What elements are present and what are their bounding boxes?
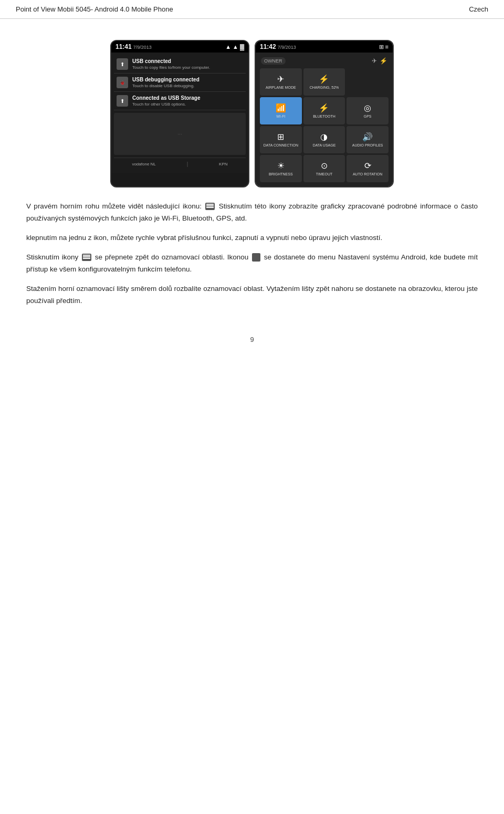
bluetooth-tile-icon: ⚡	[319, 103, 329, 113]
text-section: V pravém horním rohu můžete vidět násled…	[26, 201, 478, 307]
charging-tile-icon: ⚡	[319, 74, 329, 84]
main-content: 11:41 7/9/2013 ▲ ▲ ▓ ⬆ USB connected	[0, 19, 504, 325]
bottom-divider: |	[187, 161, 188, 167]
right-date: 7/9/2013	[278, 45, 296, 50]
auto-rotation-tile-icon: ⟳	[364, 161, 371, 171]
qs-tile-brightness[interactable]: ☀ BRIGHTNESS	[260, 155, 302, 182]
right-phone-mockup: 11:42 7/9/2013 ⊞ ≡ OWNER ✈ ⚡	[255, 40, 394, 187]
bottom-bar: vodafone NL | KPN	[114, 158, 246, 170]
right-time-date: 11:42 7/9/2013	[260, 43, 296, 50]
bluetooth-tile-label: BLUETOOTH	[313, 114, 335, 119]
signal-icon: ▲	[225, 44, 231, 50]
inline-icon-settings	[252, 253, 260, 262]
wifi-tile-icon: 📶	[276, 103, 286, 113]
usb-connected-icon: ⬆	[117, 58, 128, 70]
screenshots-row: 11:41 7/9/2013 ▲ ▲ ▓ ⬆ USB connected	[26, 40, 478, 187]
wifi-icon: ▲	[233, 44, 238, 50]
qs-tile-airplane[interactable]: ✈ AIRPLANE MODE	[260, 68, 302, 96]
left-time-date: 11:41 7/9/2013	[116, 43, 152, 50]
carrier-kpn: KPN	[219, 162, 227, 166]
inline-icon-grid	[205, 203, 215, 210]
data-connection-tile-label: DATA CONNECTION	[264, 143, 298, 148]
airplane-tile-label: AIRPLANE MODE	[266, 86, 296, 90]
wifi-tile-label: WI-FI	[276, 114, 285, 119]
debug-icon: 🐞	[117, 77, 128, 88]
notif-usb-text: USB connected Touch to copy files to/fro…	[132, 58, 243, 70]
notif-debug-text: USB debugging connected Touch to disable…	[132, 77, 243, 88]
data-connection-tile-icon: ⊞	[277, 132, 284, 142]
qs-tiles-grid: ✈ AIRPLANE MODE ⚡ CHARGING, 52% 📶 WI-FI	[258, 67, 390, 184]
left-time: 11:41	[116, 43, 132, 50]
auto-rotation-tile-label: AUTO ROTATION	[353, 172, 382, 176]
notif-usb-title: USB connected	[132, 58, 243, 64]
left-status-icons: ▲ ▲ ▓	[225, 44, 244, 50]
qs-battery-icon[interactable]: ⚡	[380, 57, 387, 65]
notif-storage-text: Connected as USB Storage Touch for other…	[132, 95, 243, 107]
timeout-tile-icon: ⊙	[321, 161, 328, 171]
system-info-area: ···	[114, 113, 246, 155]
qs-tile-auto-rotation[interactable]: ⟳ AUTO ROTATION	[346, 155, 388, 182]
notification-panel: ⬆ USB connected Touch to copy files to/f…	[111, 53, 248, 173]
notif-storage-sub: Touch for other USB options.	[132, 102, 243, 107]
storage-icon: ⬆	[117, 95, 128, 107]
audio-profiles-tile-icon: 🔊	[362, 132, 373, 142]
qs-tile-data-connection[interactable]: ⊞ DATA CONNECTION	[260, 126, 302, 153]
qs-tile-timeout[interactable]: ⊙ TIMEOUT	[303, 155, 345, 182]
qs-tile-gps[interactable]: ◎ GPS	[346, 97, 388, 124]
left-date: 7/9/2013	[133, 45, 152, 50]
paragraph1: V pravém horním rohu můžete vidět násled…	[26, 201, 478, 225]
qs-tile-bluetooth[interactable]: ⚡ BLUETOOTH	[303, 97, 345, 124]
data-usage-tile-label: DATA USAGE	[313, 143, 336, 148]
menu-icon-top: ≡	[385, 44, 388, 50]
notif-storage-title: Connected as USB Storage	[132, 95, 243, 101]
notif-item-storage[interactable]: ⬆ Connected as USB Storage Touch for oth…	[114, 92, 246, 110]
page-number: 9	[0, 325, 504, 354]
gps-tile-label: GPS	[364, 114, 372, 119]
qs-tile-audio-profiles[interactable]: 🔊 AUDIO PROFILES	[346, 126, 388, 153]
qs-tile-data-usage[interactable]: ◑ DATA USAGE	[303, 126, 345, 153]
qs-tile-empty1	[346, 68, 388, 96]
paragraph3: Stisknutím ikony se přepnete zpět do ozn…	[26, 252, 478, 276]
notif-debug-sub: Touch to disable USB debugging.	[132, 84, 243, 88]
right-status-icons: ⊞ ≡	[379, 44, 388, 50]
audio-profiles-tile-label: AUDIO PROFILES	[352, 143, 383, 148]
settings-icon-top: ⊞	[379, 44, 384, 50]
paragraph4: Stažením horní oznamovací lišty směrem d…	[26, 283, 478, 307]
qs-header-icons: ✈ ⚡	[372, 57, 387, 65]
airplane-tile-icon: ✈	[277, 74, 284, 84]
timeout-tile-label: TIMEOUT	[316, 172, 333, 176]
qs-tile-wifi[interactable]: 📶 WI-FI	[260, 97, 302, 124]
notif-debug-title: USB debugging connected	[132, 77, 243, 82]
right-status-bar: 11:42 7/9/2013 ⊞ ≡	[256, 41, 393, 53]
gps-tile-icon: ◎	[364, 103, 371, 113]
data-usage-tile-icon: ◑	[320, 132, 328, 142]
page-number-value: 9	[250, 336, 254, 343]
notif-usb-sub: Touch to copy files to/from your compute…	[132, 65, 243, 70]
qs-tile-charging[interactable]: ⚡ CHARGING, 52%	[303, 68, 345, 96]
page-header: Point of View Mobii 5045- Android 4.0 Mo…	[0, 0, 504, 19]
battery-icon: ▓	[240, 44, 244, 50]
brightness-tile-label: BRIGHTNESS	[269, 172, 293, 176]
right-time: 11:42	[260, 43, 276, 50]
notif-item-debug[interactable]: 🐞 USB debugging connected Touch to disab…	[114, 74, 246, 92]
qs-owner-label: OWNER	[261, 57, 286, 65]
system-info-placeholder: ···	[177, 131, 182, 137]
left-status-bar: 11:41 7/9/2013 ▲ ▲ ▓	[111, 41, 248, 53]
paragraph2: klepnutím na jednu z ikon, můžete rychle…	[26, 232, 478, 244]
document-title: Point of View Mobii 5045- Android 4.0 Mo…	[16, 5, 173, 13]
inline-icon-list	[82, 254, 91, 261]
notif-item-usb[interactable]: ⬆ USB connected Touch to copy files to/f…	[114, 55, 246, 74]
carrier-vodafone: vodafone NL	[132, 162, 155, 166]
charging-tile-label: CHARGING, 52%	[310, 86, 339, 90]
qs-owner-row: OWNER ✈ ⚡	[258, 55, 390, 67]
right-phone-screen: 11:42 7/9/2013 ⊞ ≡ OWNER ✈ ⚡	[256, 41, 393, 186]
left-phone-screen: 11:41 7/9/2013 ▲ ▲ ▓ ⬆ USB connected	[111, 41, 248, 173]
qs-airplane-icon[interactable]: ✈	[372, 57, 377, 65]
quick-settings-panel: OWNER ✈ ⚡ ✈ AIRPLANE MODE	[256, 53, 393, 186]
left-phone-mockup: 11:41 7/9/2013 ▲ ▲ ▓ ⬆ USB connected	[110, 40, 249, 187]
language-label: Czech	[469, 5, 488, 13]
brightness-tile-icon: ☀	[277, 161, 285, 171]
